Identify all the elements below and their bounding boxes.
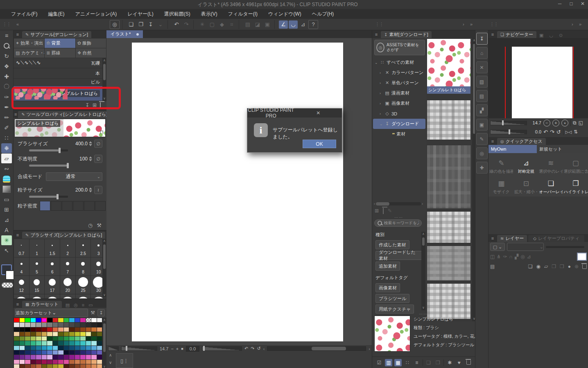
menu-item-3[interactable]: レイヤー(L) xyxy=(122,9,159,19)
tree-item-3[interactable]: ›▤漫画素材 xyxy=(373,88,425,98)
color-swatch[interactable] xyxy=(53,360,58,364)
navigator-dim-tab-0[interactable]: ▣ xyxy=(539,33,543,38)
text-tool[interactable]: A xyxy=(1,225,12,235)
close-button[interactable]: ✕ xyxy=(580,1,586,7)
folder-figure-shortcut[interactable]: ✚ xyxy=(476,162,488,174)
brush-size-cell[interactable]: 0.7 xyxy=(14,239,29,257)
color-swatch[interactable] xyxy=(47,327,52,332)
blend-mode-select[interactable]: 通常 ⌄ xyxy=(46,172,102,181)
zoom-in-button[interactable]: + xyxy=(552,120,559,126)
subtool-item-1[interactable]: 本 xyxy=(14,68,106,79)
material-tab[interactable]: ↧素材[ダウンロード] xyxy=(381,31,432,38)
move-layer-tool[interactable]: ✚ xyxy=(1,72,12,81)
left-dock-collapse[interactable]: « xyxy=(16,22,19,27)
flip-horizontal-button[interactable]: ▷◁ xyxy=(565,130,572,134)
fill-button[interactable]: ◆ xyxy=(217,20,226,29)
color-swatch[interactable] xyxy=(25,336,30,341)
color-swatch[interactable] xyxy=(69,318,75,322)
color-swatch[interactable] xyxy=(42,332,47,336)
colorset-edit-button[interactable]: ⚒ xyxy=(90,310,95,316)
maximize-button[interactable]: □ xyxy=(568,1,574,7)
brush-size-value[interactable]: 400.0 xyxy=(75,141,88,147)
navigator-dim-tab-2[interactable]: ⊙ xyxy=(559,33,563,38)
tag-作成した素材[interactable]: 作成した素材 xyxy=(375,240,409,249)
color-swatch[interactable] xyxy=(80,360,86,364)
save-dropdown[interactable]: ⌄ xyxy=(156,20,165,29)
color-swatch[interactable] xyxy=(80,336,86,341)
snap-ruler-button[interactable]: ∠ xyxy=(279,20,288,29)
color-swatch[interactable] xyxy=(97,364,102,368)
tree-item-7[interactable]: 素材 xyxy=(373,129,425,139)
color-swatch[interactable] xyxy=(80,332,86,336)
color-swatch[interactable] xyxy=(42,346,47,350)
color-swatch[interactable] xyxy=(91,346,97,350)
color-swatch[interactable] xyxy=(69,364,75,368)
selection-border-3[interactable]: ▣ xyxy=(263,20,272,29)
color-swatch[interactable] xyxy=(86,355,91,359)
view-grid-small-button[interactable]: ∷ xyxy=(404,359,411,366)
decoration-tool[interactable]: ❈ xyxy=(1,143,12,153)
delete-material-button[interactable] xyxy=(465,359,472,366)
navigator-tab[interactable]: ❏ナビゲーター xyxy=(497,31,536,38)
color-swatch[interactable] xyxy=(58,360,63,364)
tag-ブラシツール[interactable]: ブラシツール xyxy=(375,294,409,303)
color-swatch[interactable] xyxy=(53,355,58,359)
color-swatch[interactable] xyxy=(58,336,63,341)
opacity-slider[interactable] xyxy=(29,165,68,167)
color-swatch[interactable] xyxy=(80,350,86,354)
layer-tab[interactable]: ≋レイヤー xyxy=(497,235,527,242)
combine-layer-button[interactable]: ❒ xyxy=(560,264,564,269)
quick-access-set-new[interactable]: 新規セット xyxy=(537,145,588,153)
select-materials-button[interactable]: ☑ xyxy=(375,359,383,366)
color-swatch[interactable] xyxy=(69,346,75,350)
color-swatch[interactable] xyxy=(20,318,25,322)
color-swatch[interactable] xyxy=(25,318,30,322)
color-swatch[interactable] xyxy=(69,332,75,336)
brush-size-cell[interactable]: 7 xyxy=(60,257,75,275)
color-swatch[interactable] xyxy=(53,323,58,327)
material-item-rose[interactable]: シンプルレトロばら xyxy=(427,39,470,94)
delete-layer-button[interactable] xyxy=(582,264,587,269)
right-dock-handle[interactable]: ⋮⋮ xyxy=(490,22,498,27)
color-swatch[interactable] xyxy=(36,323,41,327)
color-swatch[interactable] xyxy=(69,327,75,332)
airbrush-tool[interactable]: ∷ xyxy=(1,133,12,143)
quick-access-menu-icon[interactable]: ≡ xyxy=(489,138,496,145)
select-arrow-tool[interactable]: ↖ xyxy=(1,246,12,255)
rotate-canvas-tool[interactable]: ↻ xyxy=(1,51,12,61)
rotate-left-button[interactable]: ↶ xyxy=(244,346,248,351)
color-swatch[interactable] xyxy=(53,341,58,345)
brush-size-tab[interactable]: ✎ブラシサイズ[シンプルレトロばら] xyxy=(22,232,105,239)
color-swatch[interactable] xyxy=(97,323,102,327)
color-swatch[interactable] xyxy=(91,332,97,336)
menu-item-7[interactable]: ウィンドウ(W) xyxy=(263,9,307,19)
color-set-select[interactable]: 追加カラーセット ⌄ xyxy=(15,309,88,317)
opacity-spinner[interactable] xyxy=(89,156,92,161)
color-set-dim-tab-1[interactable]: ◎ xyxy=(74,303,78,308)
color-swatch[interactable] xyxy=(42,360,47,364)
color-swatch[interactable] xyxy=(42,355,47,359)
quick-access-item-0[interactable]: ✎線の色を描画 xyxy=(489,155,513,174)
subtool-item-2[interactable]: ビル xyxy=(14,79,106,86)
color-swatch[interactable] xyxy=(25,346,30,350)
folder-mono-pattern-shortcut[interactable]: ▨ xyxy=(476,76,488,88)
color-swatch[interactable] xyxy=(31,355,36,359)
brush-size-menu-icon[interactable]: ≡ xyxy=(14,232,21,239)
color-swatch[interactable] xyxy=(58,346,63,350)
color-swatch[interactable] xyxy=(86,332,91,336)
color-swatch[interactable] xyxy=(31,318,36,322)
minimize-button[interactable]: ─ xyxy=(557,1,563,7)
color-swatch[interactable] xyxy=(25,360,30,364)
color-swatch[interactable] xyxy=(14,346,19,350)
flip-vertical-button[interactable]: ⇅ xyxy=(574,129,578,135)
color-swatch[interactable] xyxy=(80,318,86,322)
scale-button[interactable]: ⌗ xyxy=(227,20,236,29)
new-folder-layer-button[interactable]: ▱ xyxy=(544,264,548,269)
fill-tool[interactable] xyxy=(1,174,12,184)
navigator-dim-tab-1[interactable]: ◡ xyxy=(549,33,553,38)
color-swatch[interactable] xyxy=(42,350,47,354)
color-swatch[interactable] xyxy=(97,341,102,345)
color-swatch[interactable] xyxy=(97,336,102,341)
color-swatch[interactable] xyxy=(36,336,41,341)
new-folder-button[interactable]: ⊞ xyxy=(375,208,379,214)
